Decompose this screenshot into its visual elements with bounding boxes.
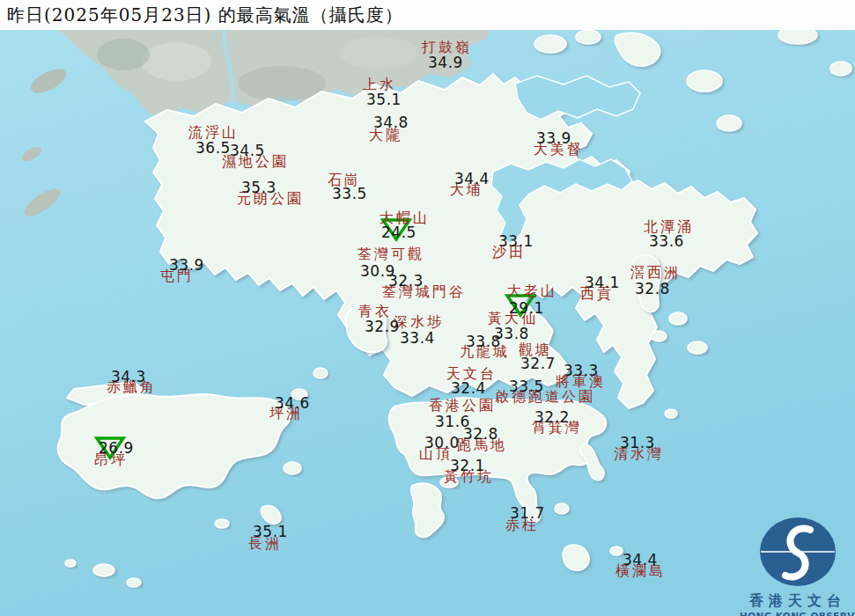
station-temperature: 32.8 xyxy=(463,427,498,442)
station-temperature: 35.1 xyxy=(253,524,288,539)
station-temperature: 26.9 xyxy=(99,441,134,456)
station-temperature: 29.1 xyxy=(509,301,544,316)
station-temperature: 32.4 xyxy=(451,381,486,396)
station-temperature: 32.1 xyxy=(450,458,485,473)
station-temperature: 35.1 xyxy=(366,92,402,107)
page-title: 昨日(2025年05月23日) 的最高氣溫（攝氏度） xyxy=(7,4,403,27)
station-temperature: 33.6 xyxy=(649,234,684,249)
station-temperature: 33.4 xyxy=(400,331,435,346)
station-temperature: 34.1 xyxy=(585,275,620,290)
hko-logo: 香港天文台 HONG KONG OBSERVATORY xyxy=(740,516,855,616)
station-temperature: 33.3 xyxy=(564,363,599,378)
station-label: 大老山 xyxy=(507,284,557,298)
station-temperature: 34.8 xyxy=(373,115,409,130)
station-temperature: 32.8 xyxy=(635,282,670,297)
station-temperature: 32.9 xyxy=(365,319,400,334)
station-temperature: 34.6 xyxy=(275,396,310,411)
station-temperature: 33.5 xyxy=(509,379,544,394)
station-label: 香港公園 xyxy=(429,399,496,413)
station-temperature: 33.8 xyxy=(466,334,501,349)
station-label: 荃灣可觀 xyxy=(357,247,424,261)
station-temperature: 34.9 xyxy=(428,55,463,70)
station-label: 上水 xyxy=(363,77,396,92)
hko-logo-english-name: HONG KONG OBSERVATORY xyxy=(740,611,855,616)
station-label: 流浮山 xyxy=(188,126,239,140)
station-temperature: 33.5 xyxy=(332,187,367,202)
hko-logo-chinese-name: 香港天文台 xyxy=(740,592,855,611)
station-temperature: 24.5 xyxy=(381,225,416,240)
hko-max-temperature-map: 昨日(2025年05月23日) 的最高氣溫（攝氏度） 34.9打鼓嶺35.1上水… xyxy=(0,0,855,616)
station-label: 打鼓嶺 xyxy=(422,40,472,55)
station-temperature: 34.4 xyxy=(623,553,658,568)
station-label: 青衣 xyxy=(358,304,392,319)
station-temperature: 32.3 xyxy=(388,274,424,289)
station-temperature: 34.4 xyxy=(454,172,490,187)
station-temperature: 34.3 xyxy=(111,370,146,385)
station-temperature: 30.0 xyxy=(424,436,460,451)
station-temperature: 35.3 xyxy=(241,180,276,195)
station-label: 深水埗 xyxy=(394,315,444,329)
station-label: 滘西洲 xyxy=(630,266,681,280)
station-temperature: 33.1 xyxy=(498,234,534,249)
hko-logo-icon xyxy=(749,516,846,588)
station-temperature: 31.3 xyxy=(620,436,655,451)
title-bar: 昨日(2025年05月23日) 的最高氣溫（攝氏度） xyxy=(0,0,855,30)
station-temperature: 34.5 xyxy=(230,143,265,158)
station-temperature: 32.7 xyxy=(520,356,556,371)
station-temperature: 36.5 xyxy=(195,141,231,156)
station-temperature: 32.2 xyxy=(534,410,570,425)
stations-layer: 34.9打鼓嶺35.1上水34.8大隴36.5流浮山34.5濕地公園35.3元朗… xyxy=(0,0,855,616)
station-temperature: 33.9 xyxy=(169,258,204,273)
station-temperature: 33.9 xyxy=(536,131,571,146)
station-temperature: 31.7 xyxy=(510,506,545,521)
